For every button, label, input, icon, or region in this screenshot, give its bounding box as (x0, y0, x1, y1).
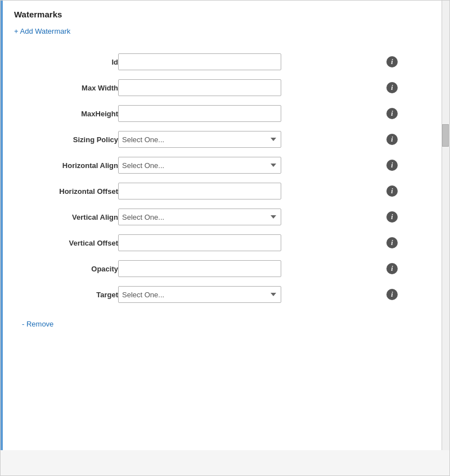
info-icon-id-field[interactable]: i (386, 56, 398, 67)
label-horizontal-offset-field: Horizontal Offset (20, 182, 118, 201)
content-area: Watermarks + Add Watermark IdiMax Widthi… (1, 1, 449, 450)
form-row-max-width-field: Max Widthi (20, 78, 402, 97)
info-icon-horizontal-offset-field[interactable]: i (386, 185, 398, 197)
label-vertical-align-field: Vertical Align (20, 207, 118, 226)
form-row-opacity-field: Opacityi (20, 259, 402, 278)
label-id-field: Id (20, 52, 118, 71)
max-height-field[interactable] (118, 105, 281, 122)
info-icon-sizing-policy-field[interactable]: i (386, 134, 398, 145)
label-opacity-field: Opacity (20, 259, 118, 278)
vertical-offset-field[interactable] (118, 234, 281, 251)
form-row-id-field: Idi (20, 52, 402, 71)
form-row-horizontal-offset-field: Horizontal Offseti (20, 182, 402, 201)
form-row-max-height-field: MaxHeighti (20, 104, 402, 123)
sizing-policy-field[interactable]: Select One... (118, 131, 281, 148)
form-row-sizing-policy-field: Sizing PolicySelect One...i (20, 130, 402, 149)
watermark-form: IdiMax WidthiMaxHeightiSizing PolicySele… (20, 46, 402, 311)
label-target-field: Target (20, 285, 118, 304)
info-icon-target-field[interactable]: i (386, 289, 398, 300)
opacity-field[interactable] (118, 260, 281, 277)
vertical-align-field[interactable]: Select One... (118, 208, 281, 225)
form-row-vertical-offset-field: Vertical Offseti (20, 233, 402, 252)
scrollbar-track[interactable] (442, 1, 449, 450)
info-icon-opacity-field[interactable]: i (386, 263, 398, 274)
form-row-horizontal-align-field: Horizontal AlignSelect One...i (20, 156, 402, 175)
target-field[interactable]: Select One... (118, 286, 281, 303)
info-icon-horizontal-align-field[interactable]: i (386, 160, 398, 171)
form-row-vertical-align-field: Vertical AlignSelect One...i (20, 207, 402, 226)
label-vertical-offset-field: Vertical Offset (20, 233, 118, 252)
form-row-target-field: TargetSelect One...i (20, 285, 402, 304)
label-sizing-policy-field: Sizing Policy (20, 130, 118, 149)
horizontal-offset-field[interactable] (118, 183, 281, 200)
id-field[interactable] (118, 53, 281, 70)
page-title: Watermarks (14, 10, 438, 19)
label-max-width-field: Max Width (20, 78, 118, 97)
page-wrapper: Watermarks + Add Watermark IdiMax Widthi… (0, 0, 450, 476)
label-horizontal-align-field: Horizontal Align (20, 156, 118, 175)
add-watermark-link[interactable]: + Add Watermark (14, 27, 70, 35)
info-icon-vertical-align-field[interactable]: i (386, 211, 398, 223)
info-icon-vertical-offset-field[interactable]: i (386, 237, 398, 248)
scrollbar-thumb[interactable] (442, 124, 449, 147)
label-max-height-field: MaxHeight (20, 104, 118, 123)
horizontal-align-field[interactable]: Select One... (118, 157, 281, 174)
info-icon-max-width-field[interactable]: i (386, 82, 398, 93)
info-icon-max-height-field[interactable]: i (386, 108, 398, 119)
remove-link[interactable]: - Remove (22, 320, 53, 328)
max-width-field[interactable] (118, 79, 281, 96)
